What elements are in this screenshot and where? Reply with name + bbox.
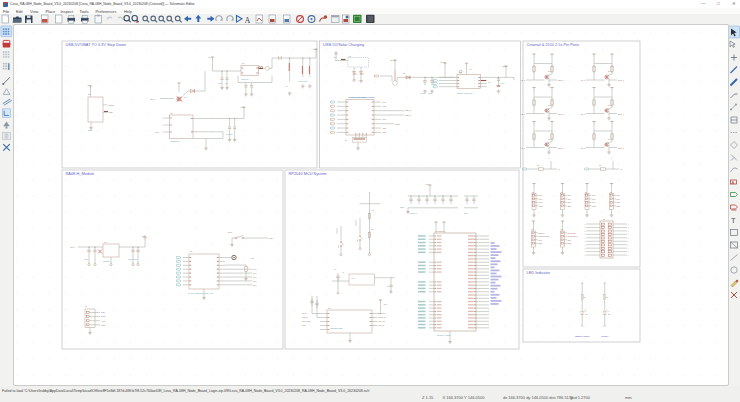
- svg-text:GP?: GP?: [617, 201, 620, 203]
- svg-text:100nF x6: 100nF x6: [410, 212, 417, 214]
- svg-text:GND: GND: [101, 324, 106, 326]
- svg-text:U?: U?: [242, 62, 244, 64]
- svg-text:Q?: Q?: [548, 70, 550, 72]
- svg-text:Y?: Y?: [342, 271, 344, 273]
- svg-text:U?: U?: [328, 307, 330, 309]
- svg-text:GP?: GP?: [253, 272, 256, 274]
- svg-text:GP?/MOSI: GP?/MOSI: [568, 232, 577, 234]
- svg-text:XTAL: XTAL: [351, 277, 355, 279]
- svg-text:SW?: SW?: [356, 238, 358, 242]
- svg-text:RP2040 MCU System: RP2040 MCU System: [289, 171, 327, 176]
- svg-text:+3V3: +3V3: [240, 106, 244, 108]
- svg-text:Crowtail & 2510 2.5x Pin Ports: Crowtail & 2510 2.5x Pin Ports: [527, 42, 580, 47]
- svg-text:SW?: SW?: [228, 231, 232, 233]
- svg-text:GP?: GP?: [592, 198, 595, 200]
- svg-text:VBAT: VBAT: [155, 131, 159, 133]
- svg-text:10u: 10u: [225, 83, 228, 84]
- svg-text:100nF: 100nF: [420, 92, 426, 94]
- svg-text:GP?: GP?: [592, 201, 595, 203]
- svg-text:Power: Power: [601, 335, 608, 338]
- svg-text:GP?: GP?: [539, 201, 542, 203]
- svg-text:R?: R?: [372, 228, 374, 230]
- svg-text:LED Indicator: LED Indicator: [527, 270, 551, 275]
- svg-text:J?: J?: [561, 191, 563, 193]
- svg-text:ME6211: ME6211: [103, 260, 110, 262]
- svg-text:10uF: 10uF: [84, 258, 88, 260]
- svg-text:R?: R?: [606, 297, 608, 298]
- svg-text:GP?: GP?: [539, 239, 542, 241]
- svg-text:U?: U?: [104, 241, 106, 243]
- svg-text:USB-5V/Solar Charging: USB-5V/Solar Charging: [323, 42, 364, 47]
- svg-text:+3V3: +3V3: [383, 304, 387, 305]
- svg-text:R?: R?: [584, 297, 586, 298]
- svg-text:J?: J?: [85, 305, 87, 307]
- svg-text:U? RP2040: U? RP2040: [435, 230, 445, 232]
- svg-text:+3V3: +3V3: [425, 183, 429, 185]
- svg-text:J?: J?: [610, 191, 612, 193]
- svg-text:U?: U?: [171, 112, 173, 114]
- svg-text:C?: C?: [334, 269, 336, 270]
- svg-text:GP?: GP?: [568, 201, 571, 203]
- svg-text:Q?: Q?: [608, 70, 610, 72]
- svg-text:SW?: SW?: [337, 244, 339, 248]
- svg-text:o: o: [549, 157, 550, 159]
- svg-text:o: o: [611, 157, 612, 159]
- svg-text:J?: J?: [349, 55, 351, 57]
- svg-text:D?: D?: [608, 314, 610, 315]
- svg-text:C?: C?: [387, 286, 389, 287]
- svg-text:Q?: Q?: [608, 104, 610, 106]
- svg-text:x?: x?: [558, 168, 560, 170]
- svg-text:GP?: GP?: [539, 194, 542, 196]
- svg-text:+3V3: +3V3: [141, 235, 145, 237]
- svg-text:Q?: Q?: [548, 104, 550, 106]
- svg-text:+3V3: +3V3: [312, 48, 316, 50]
- svg-text:10uF 100nF: 10uF 100nF: [128, 258, 137, 260]
- svg-text:+BATT: +BATT: [502, 65, 507, 67]
- svg-text:R?: R?: [372, 209, 374, 211]
- svg-text:GND: GND: [109, 111, 114, 113]
- svg-text:TP5000 (QFN-PAD): TP5000 (QFN-PAD): [457, 92, 473, 94]
- svg-text:47u: 47u: [285, 86, 288, 87]
- svg-text:10u 100n: 10u 100n: [226, 134, 233, 135]
- svg-text:x?: x?: [620, 168, 622, 170]
- svg-text:GP?: GP?: [617, 198, 620, 200]
- svg-text:SWCLK: SWCLK: [539, 232, 546, 234]
- svg-text:USB-5V/VBAT TO 3.3V Step Down: USB-5V/VBAT TO 3.3V Step Down: [66, 42, 126, 47]
- svg-text:VBAT: VBAT: [70, 246, 76, 248]
- svg-text:10uF: 10uF: [464, 212, 468, 214]
- svg-text:U?: U?: [190, 250, 192, 252]
- svg-text:+3V3: +3V3: [101, 320, 105, 322]
- svg-text:VBAT: VBAT: [150, 98, 156, 100]
- svg-text:100uF 100uF: 100uF 100uF: [298, 81, 308, 82]
- svg-text:100n: 100n: [218, 83, 222, 84]
- svg-text:Q?: Q?: [548, 138, 550, 140]
- svg-text:GP?: GP?: [253, 280, 256, 282]
- svg-text:A: A: [732, 180, 735, 185]
- svg-text:+BATT: +BATT: [440, 61, 447, 63]
- svg-text:VBUS: VBUS: [109, 104, 115, 106]
- svg-text:R?: R?: [537, 164, 539, 166]
- svg-text:J?: J?: [532, 228, 534, 230]
- svg-text:TPS5430: TPS5430: [241, 78, 249, 80]
- svg-text:R?: R?: [599, 164, 601, 166]
- svg-text:J?: J?: [561, 228, 563, 230]
- svg-text:TYPE-C-16 (USB-C16): TYPE-C-16 (USB-C16): [348, 96, 366, 98]
- svg-text:SWDIO/GP22: SWDIO/GP22: [539, 235, 550, 237]
- svg-text:GP?: GP?: [568, 198, 571, 200]
- svg-text:D?: D?: [403, 72, 405, 74]
- svg-text:Battery/Chrg: Battery/Chrg: [575, 335, 590, 338]
- svg-text:GP?: GP?: [539, 198, 542, 200]
- svg-text:T: T: [731, 216, 736, 225]
- svg-text:J?: J?: [585, 191, 587, 193]
- svg-text:+BATT: +BATT: [390, 59, 397, 61]
- svg-text:Q?: Q?: [608, 138, 610, 140]
- svg-text:Q?: Q?: [184, 96, 186, 98]
- svg-text:J?: J?: [603, 218, 605, 220]
- svg-text:GP?: GP?: [617, 194, 620, 196]
- svg-text:GP?: GP?: [253, 276, 256, 278]
- svg-text:AMS1117-3.3: AMS1117-3.3: [170, 140, 180, 142]
- svg-text:D?: D?: [586, 314, 588, 315]
- svg-text:GP?: GP?: [253, 284, 256, 286]
- svg-text:J?: J?: [345, 139, 347, 141]
- svg-text:GP?: GP?: [568, 194, 571, 196]
